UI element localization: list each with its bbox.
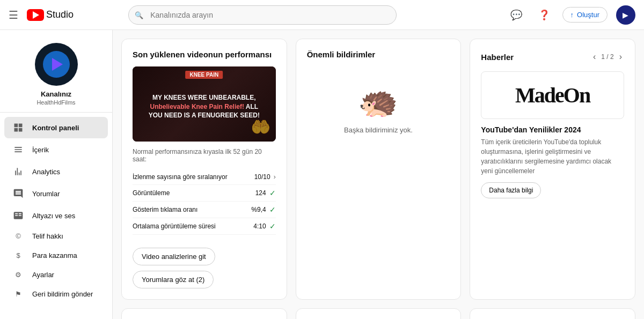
- channel-name: Kanalınız: [41, 90, 71, 98]
- settings-icon: ⚙: [13, 271, 24, 279]
- help-icon[interactable]: ❓: [535, 5, 554, 25]
- topbar: ☰ Studio 🔍 💬 ❓ ↑ Oluştur ▶: [0, 0, 644, 30]
- views-val: 124: [255, 189, 266, 197]
- sidebar-item-feedback[interactable]: ⚑ Geri bildirim gönder: [4, 285, 108, 303]
- feedback-icon: ⚑: [13, 290, 24, 298]
- avatar[interactable]: ▶: [616, 5, 635, 25]
- thumb-tag: KNEE PAIN: [185, 71, 223, 79]
- news-header: Haberler ‹ 1 / 2 ›: [481, 50, 624, 64]
- copyright-icon: ©: [13, 232, 24, 240]
- sidebar-item-monetize[interactable]: $ Para kazanma: [4, 246, 108, 265]
- made-on-logo: MadeOn: [481, 71, 624, 119]
- yt-play-icon: [33, 11, 39, 19]
- create-icon: ↑: [570, 11, 574, 19]
- topbar-right: 💬 ❓ ↑ Oluştur ▶: [507, 5, 635, 25]
- comments-button[interactable]: Yorumlara göz at (2): [133, 271, 214, 288]
- monetize-label: Para kazanma: [32, 251, 77, 259]
- sidebar-item-comments[interactable]: Yorumlar: [4, 183, 108, 204]
- main-content: Son yüklenen videonun performansı KNEE P…: [113, 30, 644, 319]
- comments-icon[interactable]: 💬: [507, 5, 526, 25]
- news-card: Haberler ‹ 1 / 2 › MadeOn YouTube'dan Ye…: [470, 39, 635, 300]
- notification-illustration: 🦔: [358, 83, 398, 121]
- channel-info: Kanalınız HealthHdFilms: [0, 34, 112, 113]
- dashboard-icon: [13, 122, 24, 133]
- stat-row-ctr: Gösterim tıklama oranı %9,4 ✓: [133, 202, 276, 218]
- perf-subtitle: Normal performansınıza kıyasla ilk 52 gü…: [133, 148, 276, 163]
- create-label: Oluştur: [577, 11, 599, 19]
- ctr-val: %9,4: [251, 206, 266, 213]
- stat-row-views: Görüntüleme 124 ✓: [133, 185, 276, 202]
- sidebar-item-analytics[interactable]: Analytics: [4, 161, 108, 182]
- logo-area: Studio: [27, 9, 74, 21]
- news-prev-button[interactable]: ‹: [591, 50, 598, 64]
- channel-handle: HealthHdFilms: [36, 99, 75, 106]
- feedback-label: Geri bildirim gönder: [32, 290, 93, 298]
- sidebar-item-dashboard[interactable]: Kontrol paneli: [4, 117, 108, 138]
- subtitles-icon: [13, 210, 24, 221]
- thumb-inner: KNEE PAIN MY KNEES WERE UNBEARABLE, Unbe…: [133, 66, 276, 142]
- stat-row-ranking: İzlenme sayısına göre sıralanıyor 10/10 …: [133, 169, 276, 185]
- sidebar-item-settings[interactable]: ⚙ Ayarlar: [4, 265, 108, 284]
- news-title: Haberler: [481, 53, 514, 62]
- stat-label-ctr: Gösterim tıklama oranı: [133, 206, 197, 213]
- stat-value-ranking: 10/10 ›: [254, 173, 276, 181]
- main-grid: Son yüklenen videonun performansı KNEE P…: [121, 39, 635, 319]
- youtube-logo: [27, 9, 44, 21]
- svg-rect-0: [14, 124, 18, 128]
- comments-nav-label: Yorumlar: [32, 190, 60, 198]
- topbar-left: ☰ Studio: [9, 9, 74, 21]
- analytics-icon: [13, 166, 24, 177]
- content-icon: [13, 144, 24, 155]
- check-icon-3: ✓: [269, 222, 276, 231]
- more-info-button[interactable]: Daha fazla bilgi: [481, 182, 541, 198]
- check-icon-2: ✓: [269, 205, 276, 214]
- news-article-desc: Tüm içerik üreticilerin YouTube'da toplu…: [481, 137, 624, 176]
- ranking-val: 10/10: [254, 173, 270, 181]
- svg-rect-1: [19, 124, 23, 128]
- news-next-button[interactable]: ›: [617, 50, 624, 64]
- stat-label-views: Görüntüleme: [133, 189, 170, 197]
- duration-val: 4:10: [253, 222, 266, 230]
- dashboard-label: Kontrol paneli: [32, 124, 79, 132]
- thumb-title-text: MY KNEES WERE UNBEARABLE, Unbelievable K…: [143, 83, 265, 125]
- monetize-icon: $: [13, 251, 24, 259]
- stat-value-views: 124 ✓: [255, 189, 276, 197]
- comments-nav-icon: [13, 188, 24, 199]
- menu-icon[interactable]: ☰: [9, 9, 18, 21]
- perf-buttons: Video analizlerine git Yorumlara göz at …: [133, 242, 276, 288]
- performance-card: Son yüklenen videonun performansı KNEE P…: [121, 39, 287, 300]
- subtitles-label: Altyazı ve ses: [32, 212, 75, 220]
- search-icon: 🔍: [135, 11, 143, 19]
- ideas-card: Size özel fikirler ‹ 1 / 3 › YouTube'da …: [470, 308, 635, 319]
- search-input[interactable]: [128, 5, 397, 25]
- sidebar-item-copyright[interactable]: © Telif hakkı: [4, 227, 108, 246]
- studio-label: Studio: [46, 9, 74, 20]
- stat-label-ranking: İzlenme sayısına göre sıralanıyor: [133, 173, 228, 181]
- svg-rect-3: [19, 128, 23, 132]
- notifications-empty: 🦔 Başka bildiriminiz yok.: [307, 66, 450, 150]
- stat-value-ctr: %9,4 ✓: [251, 205, 275, 214]
- play-icon: [52, 58, 63, 71]
- analytics-label: Analytics: [32, 168, 60, 176]
- no-notifications-text: Başka bildiriminiz yok.: [344, 126, 413, 134]
- create-button[interactable]: ↑ Oluştur: [562, 7, 608, 23]
- sidebar-item-content[interactable]: İçerik: [4, 139, 108, 160]
- search-bar: 🔍: [128, 5, 397, 25]
- thumb-decoration: 🤲: [251, 117, 270, 136]
- stat-value-duration: 4:10 ✓: [253, 222, 275, 231]
- news-article-title: YouTube'dan Yenilikler 2024: [481, 125, 624, 134]
- analytics-card: Kanal analizi Mevcut abone sayısı 2.160 …: [296, 308, 462, 319]
- performance-title: Son yüklenen videonun performansı: [133, 50, 276, 59]
- stat-row-duration: Ortalama görüntüleme süresi 4:10 ✓: [133, 218, 276, 235]
- channel-avatar[interactable]: [35, 43, 78, 86]
- copyright-label: Telif hakkı: [32, 232, 63, 240]
- news-counter: 1 / 2: [601, 53, 613, 61]
- settings-label: Ayarlar: [32, 271, 54, 279]
- stat-label-duration: Ortalama görüntüleme süresi: [133, 222, 216, 230]
- analyze-button[interactable]: Video analizlerine git: [133, 248, 215, 265]
- sidebar-item-subtitles[interactable]: Altyazı ve ses: [4, 205, 108, 226]
- video-thumbnail[interactable]: KNEE PAIN MY KNEES WERE UNBEARABLE, Unbe…: [133, 66, 276, 142]
- content-label: İçerik: [32, 146, 49, 154]
- notifications-title: Önemli bildirimler: [307, 50, 450, 59]
- avatar-inner: [43, 51, 70, 78]
